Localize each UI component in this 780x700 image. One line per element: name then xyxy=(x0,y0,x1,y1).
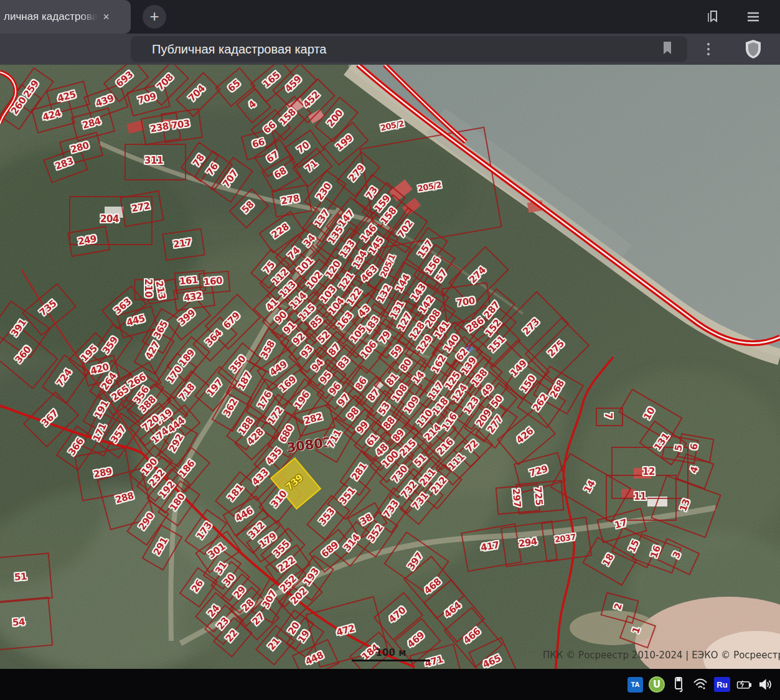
tab-close-icon[interactable]: × xyxy=(103,11,110,24)
parcel-label[interactable]: 12 xyxy=(642,466,655,477)
scale-bar: 100 м xyxy=(352,647,430,661)
scale-label: 100 м xyxy=(352,647,430,658)
parcel-label[interactable]: 204 xyxy=(100,213,119,225)
parcel-label[interactable]: 297 xyxy=(510,488,524,507)
toolbar: Публичная кадастровая карта xyxy=(0,34,780,65)
tray-usb-icon[interactable] xyxy=(670,676,687,693)
tab-cadastral-map[interactable]: личная кадастрова × xyxy=(0,0,131,34)
tray-ta-icon[interactable]: TA xyxy=(627,677,643,693)
bookmark-icon[interactable] xyxy=(661,41,674,57)
parcel-label[interactable]: 7 xyxy=(603,413,614,419)
kebab-menu-icon[interactable] xyxy=(702,41,715,60)
tray-wifi-icon[interactable] xyxy=(692,676,708,693)
bookmarks-panel-icon[interactable] xyxy=(703,8,721,28)
parcel-label[interactable]: 725 xyxy=(532,486,545,505)
parcel-label[interactable]: 161 xyxy=(179,274,198,287)
parcel-label[interactable]: 11 xyxy=(634,491,646,502)
parcel-label[interactable]: 54 xyxy=(12,616,25,628)
parcel-outline[interactable] xyxy=(0,596,53,650)
tray-volume-icon[interactable] xyxy=(758,676,774,693)
tray-language-indicator[interactable]: Ru xyxy=(714,677,730,692)
new-tab-button[interactable]: + xyxy=(143,5,166,29)
parcel-label[interactable]: 51 xyxy=(14,571,27,583)
tab-title: личная кадастрова xyxy=(0,11,98,23)
browser-window: личная кадастрова × + Публичная кадастро… xyxy=(0,0,780,700)
tab-bar: личная кадастрова × + xyxy=(0,0,780,34)
page-title: Публичная кадастровая карта xyxy=(131,42,661,57)
taskbar: TA U Ru xyxy=(0,669,780,700)
menu-icon[interactable] xyxy=(745,8,762,28)
parcel-label[interactable]: 210 xyxy=(143,279,154,297)
scale-line xyxy=(352,660,430,661)
cadastral-map[interactable]: 2602594254244396937087097042387032842802… xyxy=(0,65,780,669)
tray-battery-icon[interactable] xyxy=(736,676,752,693)
parcel-label[interactable]: 160 xyxy=(203,275,222,288)
tray-utorrent-icon[interactable]: U xyxy=(649,676,665,693)
protect-shield-icon[interactable] xyxy=(743,39,763,62)
address-bar[interactable]: Публичная кадастровая карта xyxy=(131,36,687,62)
parcel-label[interactable]: 311 xyxy=(144,155,163,166)
map-attribution: ПКК © Росреестр 2010-2024 | ЕЭКО © Росре… xyxy=(543,650,780,661)
